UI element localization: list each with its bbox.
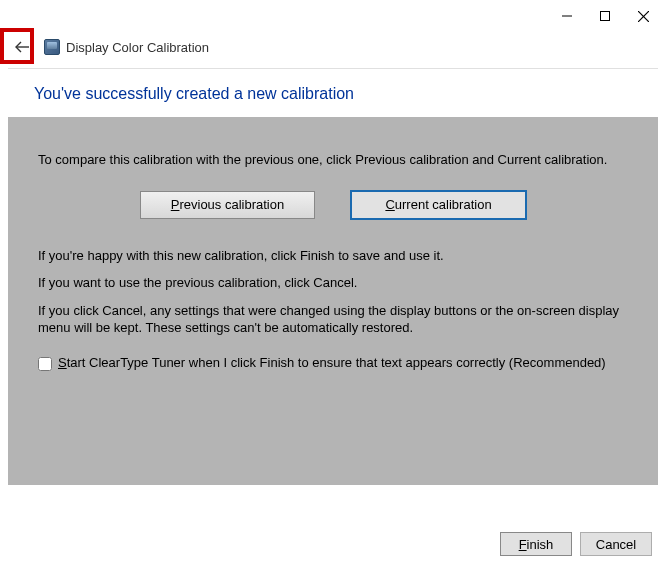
- cleartype-checkbox[interactable]: [38, 357, 52, 371]
- window-title: Display Color Calibration: [66, 40, 209, 55]
- app-icon: [44, 39, 60, 55]
- back-arrow-icon: [14, 40, 30, 54]
- finish-instruction: If you're happy with this new calibratio…: [38, 247, 628, 265]
- svg-rect-1: [601, 12, 610, 21]
- maximize-icon: [600, 11, 610, 21]
- header: Display Color Calibration: [0, 32, 666, 62]
- maximize-button[interactable]: [586, 2, 624, 30]
- title-bar: [0, 0, 666, 32]
- minimize-button[interactable]: [548, 2, 586, 30]
- minimize-icon: [562, 11, 572, 21]
- calibration-buttons: Previous calibration Current calibration: [38, 191, 628, 219]
- cancel-warning: If you click Cancel, any settings that w…: [38, 302, 628, 337]
- content-pane: To compare this calibration with the pre…: [8, 117, 658, 485]
- cleartype-label[interactable]: Start ClearType Tuner when I click Finis…: [58, 355, 606, 372]
- close-icon: [638, 11, 649, 22]
- back-button[interactable]: [10, 35, 34, 59]
- cancel-instruction: If you want to use the previous calibrat…: [38, 274, 628, 292]
- close-button[interactable]: [624, 2, 662, 30]
- footer-buttons: Finish Cancel: [500, 532, 652, 556]
- previous-calibration-button[interactable]: Previous calibration: [140, 191, 315, 219]
- cleartype-option: Start ClearType Tuner when I click Finis…: [38, 355, 628, 372]
- cancel-button[interactable]: Cancel: [580, 532, 652, 556]
- compare-instruction: To compare this calibration with the pre…: [38, 151, 628, 169]
- page-heading: You've successfully created a new calibr…: [0, 69, 666, 117]
- current-calibration-button[interactable]: Current calibration: [351, 191, 526, 219]
- finish-button[interactable]: Finish: [500, 532, 572, 556]
- window-controls: [548, 2, 662, 30]
